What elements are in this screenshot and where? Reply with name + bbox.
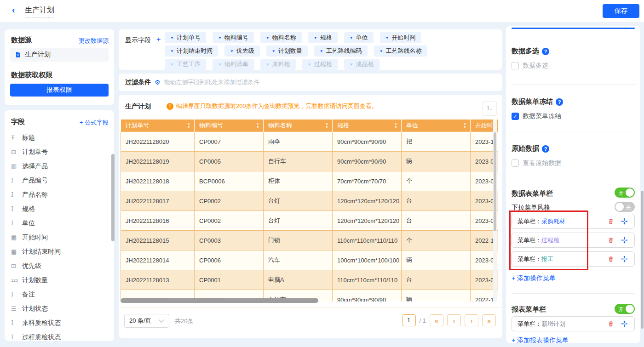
table-menu-toggle[interactable]: 开	[615, 188, 635, 198]
display-field-chip[interactable]: ▼成品检	[344, 59, 380, 70]
field-list-item[interactable]: I 备注	[11, 287, 108, 301]
report-menu-toggle[interactable]: 开	[615, 304, 635, 314]
column-header[interactable]: 规格▲▼	[333, 119, 402, 132]
field-list-item[interactable]: ▥ 选择产品	[11, 159, 108, 173]
sort-carets-icon[interactable]: ▲▼	[394, 122, 397, 129]
sort-carets-icon[interactable]: ▲▼	[187, 122, 190, 129]
table-row: JH20221128014CP0006汽车100cm*100cm*100/100…	[121, 250, 498, 270]
menu-bar-item[interactable]: 菜单栏：采购耗材	[512, 214, 635, 229]
add-report-menu-link[interactable]: + 添加报表操作菜单	[512, 336, 569, 343]
fields-scrollbar[interactable]	[111, 154, 115, 241]
help-icon[interactable]: ?	[542, 48, 549, 55]
multi-select-checkbox[interactable]: 数据多选	[512, 62, 548, 70]
sort-order-icon[interactable]: 1↓	[482, 101, 497, 116]
field-list-item[interactable]: I 产品编号	[11, 173, 108, 188]
change-datasource-link[interactable]: 更改数据源	[79, 37, 109, 45]
trash-icon[interactable]	[608, 256, 614, 262]
trash-icon[interactable]	[608, 320, 614, 327]
sort-carets-icon[interactable]: ▲▼	[463, 122, 466, 129]
chevron-down-icon: ▼	[385, 36, 389, 40]
add-action-menu-link[interactable]: + 添加操作菜单	[512, 274, 556, 283]
table-horizontal-scrollbar[interactable]	[121, 298, 318, 303]
display-field-chip[interactable]: ▼物料名称	[260, 32, 302, 43]
back-icon[interactable]: ‹	[12, 5, 15, 15]
prev-page-button[interactable]: ‹	[447, 314, 461, 326]
menu-freeze-checkbox[interactable]: ✓ 数据菜单冻结	[512, 112, 561, 120]
field-list-item[interactable]: I 产品名称	[11, 188, 108, 202]
raw-data-checkbox[interactable]: 查看原始数据	[512, 159, 561, 167]
menu-item-prefix: 菜单栏：	[518, 237, 541, 244]
menu-bar-item[interactable]: 菜单栏：报工	[512, 251, 635, 267]
page-size-select[interactable]: 20 条/页	[124, 314, 169, 328]
display-field-chip[interactable]: ▼计划单号	[165, 32, 206, 43]
gear-icon[interactable]: ⚙	[155, 79, 161, 86]
menu-bar-item[interactable]: 菜单栏：过程检	[512, 233, 635, 248]
menu-bar-item[interactable]: 菜单栏：新增计划	[512, 316, 635, 331]
field-list-item[interactable]: I 过程质检状态	[11, 330, 108, 344]
help-icon[interactable]: ?	[542, 145, 549, 153]
field-list-item[interactable]: ▦ 计划结束时间	[11, 245, 108, 259]
next-page-button[interactable]: ›	[465, 314, 478, 326]
table-vertical-scrollbar[interactable]	[493, 119, 497, 301]
trash-icon[interactable]	[608, 218, 614, 225]
date-icon: ▦	[11, 234, 22, 241]
display-field-chip[interactable]: ▼过程检	[302, 59, 338, 70]
field-list-item[interactable]: I 单位	[11, 216, 108, 230]
id-icon: ⊟	[11, 148, 22, 155]
field-list-item[interactable]: ⊡ 优先级	[11, 259, 108, 273]
chip-label: 规格	[320, 34, 332, 41]
column-header[interactable]: 单位▲▼	[402, 119, 471, 132]
column-header[interactable]: 物料编号▲▼	[195, 119, 264, 132]
field-list-item[interactable]: I 来料质检状态	[11, 316, 108, 330]
column-header[interactable]: 计划单号▲▼	[121, 119, 195, 132]
display-field-chip[interactable]: ▼开始时间	[380, 32, 421, 43]
sort-carets-icon[interactable]: ▲▼	[256, 122, 259, 129]
field-label: 计划数量	[22, 276, 48, 284]
save-button[interactable]: 保存	[603, 4, 639, 18]
move-icon[interactable]	[621, 256, 628, 262]
display-field-chip[interactable]: ▼物料清单	[213, 59, 254, 70]
display-field-chip[interactable]: ▼工艺工序	[165, 59, 206, 70]
field-label: 开始时间	[22, 233, 48, 242]
field-list-item[interactable]: 123 计划数量	[11, 273, 108, 287]
field-list-item[interactable]: ☰ 计划状态	[11, 301, 108, 316]
sort-carets-icon[interactable]: ▲▼	[325, 122, 328, 129]
chart-icon: ▥	[11, 163, 22, 170]
table-warning: ! 编辑界面只取数据源前200条作为查询数据预览，完整数据请访问页面查看。	[167, 102, 378, 110]
display-field-chip[interactable]: ▼来料检	[260, 59, 296, 70]
chip-label: 计划结束时间	[177, 47, 213, 54]
move-icon[interactable]	[621, 320, 628, 327]
last-page-button[interactable]: »	[482, 314, 496, 326]
move-icon[interactable]	[621, 218, 628, 225]
column-header[interactable]: 物料名称▲▼	[264, 119, 333, 132]
display-field-chip[interactable]: ▼工艺路线名称	[374, 46, 427, 57]
page-number-input[interactable]: 1	[402, 314, 416, 326]
add-display-field-button[interactable]: +	[156, 35, 161, 44]
divider	[512, 293, 635, 294]
add-formula-field-link[interactable]: + 公式字段	[80, 119, 109, 127]
display-field-chip[interactable]: ▼单位	[344, 32, 374, 43]
display-field-chip[interactable]: ▼规格	[308, 32, 338, 43]
table-cell: 110cm*110cm*110/110	[333, 231, 402, 250]
field-list-item[interactable]: ▦ 开始时间	[11, 230, 108, 245]
table-cell: JH20221128017	[121, 191, 195, 211]
chevron-down-icon: ▼	[266, 63, 270, 67]
help-icon[interactable]: ?	[556, 98, 563, 106]
display-field-chip[interactable]: ▼计划数量	[266, 46, 308, 57]
first-page-button[interactable]: «	[430, 314, 443, 326]
move-icon[interactable]	[621, 237, 628, 244]
display-field-chip[interactable]: ▼工艺路线编码	[314, 46, 368, 57]
trash-icon[interactable]	[608, 237, 614, 244]
dropdown-style-toggle[interactable]: 关	[615, 202, 635, 212]
display-field-chip[interactable]: ▼优先级	[224, 46, 260, 57]
display-field-chip[interactable]: ▼物料编号	[213, 32, 254, 43]
settings-scrollbar[interactable]	[641, 191, 644, 329]
report-permission-button[interactable]: 报表权限	[10, 84, 109, 97]
table-cell: CP0001	[195, 270, 264, 290]
display-field-chip[interactable]: ▼计划结束时间	[165, 46, 218, 57]
chip-label: 工艺路线名称	[386, 47, 422, 54]
field-list-item[interactable]: ⊟ 计划单号	[11, 145, 108, 159]
datasource-item[interactable]: 生产计划	[10, 48, 109, 62]
field-list-item[interactable]: I 规格	[11, 202, 108, 216]
field-list-item[interactable]: Ŧ 标题	[11, 131, 108, 145]
